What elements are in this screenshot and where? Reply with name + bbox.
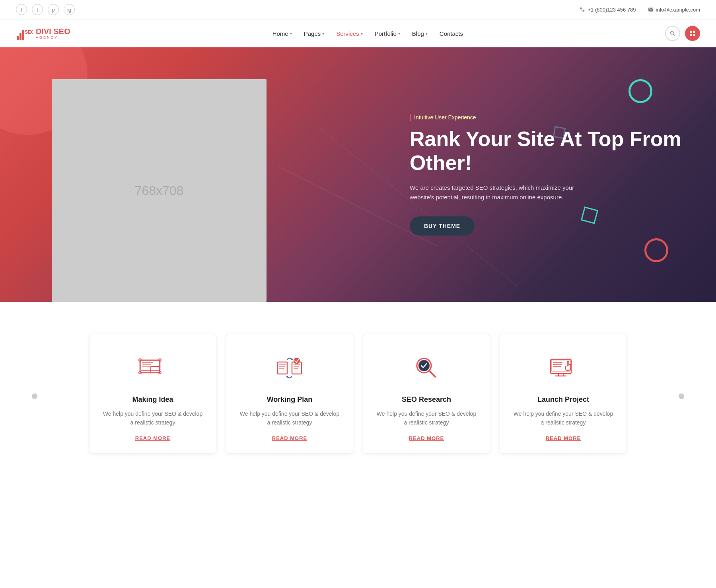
chevron-down-icon: ▾ [426,31,428,36]
svg-rect-7 [141,361,159,370]
header-actions [665,26,700,41]
service-card-launch-project: Launch Project We help you define your S… [500,334,627,454]
seo-research-title: SEO Research [402,395,451,404]
hero-right: Intuitive User Experience Rank Your Site… [394,47,716,302]
working-plan-desc: We help you define your SEO & develop a … [238,409,341,427]
facebook-icon[interactable]: f [16,4,27,15]
svg-rect-11 [151,366,160,373]
svg-rect-0 [17,36,19,40]
launch-project-icon-wrap [545,350,581,386]
phone-icon [580,7,585,12]
launch-project-link[interactable]: READ MORE [546,435,581,441]
working-plan-title: Working Plan [267,395,313,404]
main-nav: Home ▾ Pages ▾ Services ▾ Portfolio ▾ Bl… [272,30,463,37]
services-section: Making Idea We help you define your SEO … [0,302,716,485]
email-info: info@example.com [648,7,700,13]
chevron-down-icon: ▾ [322,31,324,36]
service-card-seo-research: SEO Research We help you define your SEO… [363,334,490,454]
service-card-making-idea: Making Idea We help you define your SEO … [89,334,216,454]
seo-research-link[interactable]: READ MORE [409,435,444,441]
hero-section: 768x708 Intuitive User Experience Rank Y… [0,47,716,302]
social-links: f t p ig [16,4,75,15]
nav-pages[interactable]: Pages ▾ [304,30,325,37]
nav-portfolio[interactable]: Portfolio ▾ [375,30,400,37]
svg-marker-24 [292,358,293,360]
logo-icon: SEO [16,25,33,42]
pinterest-icon[interactable]: p [48,4,59,15]
svg-rect-16 [278,362,287,374]
svg-rect-2 [22,30,24,40]
seo-research-icon [411,352,442,384]
svg-marker-25 [286,376,288,378]
hero-image: 768x708 [52,79,267,302]
nav-home[interactable]: Home ▾ [272,30,292,37]
hero-description: We are creates targeted SEO strategies, … [410,183,577,202]
svg-text:SEO: SEO [25,29,33,35]
making-idea-link[interactable]: READ MORE [135,435,170,441]
svg-rect-1 [19,33,21,40]
launch-project-desc: We help you define your SEO & develop a … [512,409,615,427]
service-card-working-plan: Working Plan We help you define your SEO… [226,334,353,454]
subtitle-bar [410,114,411,121]
top-bar: f t p ig +1 (800)123 456 789 info@exampl… [0,0,716,19]
launch-project-title: Launch Project [537,395,589,404]
deco-dot-right [679,393,684,399]
instagram-icon[interactable]: ig [64,4,75,15]
nav-contacts[interactable]: Contacts [440,30,463,37]
search-icon [669,30,676,37]
making-idea-title: Making Idea [132,395,173,404]
chevron-down-icon: ▾ [361,31,363,36]
grid-icon [689,30,696,37]
working-plan-link[interactable]: READ MORE [272,435,307,441]
svg-line-30 [429,371,435,377]
email-icon [648,7,654,12]
grid-button[interactable] [685,26,700,41]
twitter-icon[interactable]: t [32,4,43,15]
search-button[interactable] [665,26,680,41]
contact-info: +1 (800)123 456 789 info@example.com [580,7,700,13]
buy-theme-button[interactable]: BUY THEME [410,216,475,236]
making-idea-desc: We help you define your SEO & develop a … [101,409,204,427]
hero-subtitle: Intuitive User Experience [410,114,692,121]
working-plan-icon [274,352,305,384]
hero-title: Rank Your Site At Top From Other! [410,127,692,175]
working-plan-icon-wrap [272,350,307,386]
making-idea-icon-wrap [135,350,171,386]
chevron-down-icon: ▾ [290,31,292,36]
making-idea-icon [137,352,169,384]
seo-research-icon-wrap [409,350,444,386]
hero-left: 768x708 [0,47,394,302]
logo[interactable]: SEO DIVI SEO AGENCY [16,25,70,42]
chevron-down-icon: ▾ [398,31,400,36]
deco-dot-left [32,393,37,399]
launch-project-icon [547,352,579,384]
nav-services[interactable]: Services ▾ [336,30,363,37]
nav-blog[interactable]: Blog ▾ [412,30,428,37]
header: SEO DIVI SEO AGENCY Home ▾ Pages ▾ Servi… [0,19,716,47]
phone-info: +1 (800)123 456 789 [580,7,636,13]
seo-research-desc: We help you define your SEO & develop a … [375,409,478,427]
